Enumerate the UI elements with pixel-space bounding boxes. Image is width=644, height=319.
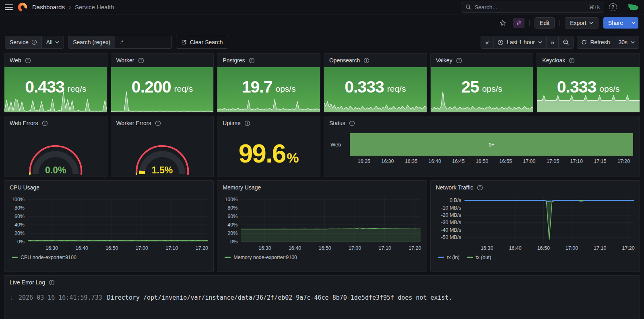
panel-header[interactable]: Web — [4, 54, 107, 67]
panel-header[interactable]: Valkey — [431, 54, 533, 67]
legend-item-tx[interactable]: tx (out) — [467, 255, 491, 260]
x-tick-label: 17:10 — [570, 158, 583, 164]
legend-label: tx (out) — [476, 255, 491, 260]
info-icon[interactable] — [569, 58, 575, 64]
x-tick-label: 16:35 — [405, 158, 417, 164]
x-tick-label: 16:45 — [452, 158, 464, 164]
time-shift-forward-button[interactable]: » — [546, 36, 559, 49]
global-search-input[interactable]: Search... ⌘+k — [461, 2, 604, 13]
panel-title: Worker Errors — [116, 120, 151, 126]
search-regex-field[interactable] — [115, 36, 172, 49]
share-menu-button[interactable] — [628, 17, 638, 29]
panel-header[interactable]: Uptime — [217, 116, 320, 130]
legend-item[interactable]: Memory node-exporter:9100 — [225, 255, 297, 260]
network-chart-plot[interactable] — [464, 198, 634, 243]
breadcrumb-current: Service Health — [75, 4, 114, 10]
dashboard-toolbar: Edit Export Share — [0, 14, 644, 31]
panel-header[interactable]: Postgres — [217, 54, 320, 67]
x-tick-label: 17:00 — [523, 158, 535, 164]
info-icon[interactable] — [31, 39, 37, 45]
compare-arrows-icon[interactable] — [513, 18, 524, 28]
info-icon[interactable] — [155, 120, 161, 126]
status-bar-label: 1+ — [489, 142, 495, 148]
refresh-interval-picker[interactable]: 30s — [614, 36, 639, 49]
y-tick-label: 80% — [227, 205, 237, 211]
stat-body: 0.433 req/s — [4, 67, 107, 113]
info-icon[interactable] — [477, 185, 483, 191]
chart-body: 100%80%60%40%20%0% 16:3016:4016:5017:001… — [4, 194, 213, 260]
export-label: Export — [570, 20, 586, 26]
refresh-button[interactable]: Refresh — [577, 36, 614, 49]
share-button[interactable]: Share — [603, 17, 628, 29]
status-bar[interactable]: 1+ — [350, 133, 633, 156]
time-shift-back-button[interactable]: « — [481, 36, 493, 49]
stat-row: Web 0.433 req/s Worker 0.200 req/s — [4, 53, 640, 113]
status-panel: Status Web 1+ 16:2516:3016:3516:4016:451… — [324, 116, 640, 177]
panel-header[interactable]: Memory Usage — [217, 181, 426, 194]
info-icon[interactable] — [249, 58, 255, 64]
info-icon[interactable] — [49, 280, 55, 286]
avatar[interactable] — [627, 2, 639, 12]
breadcrumb-dashboards[interactable]: Dashboards — [32, 4, 65, 10]
legend-item-rx[interactable]: rx (in) — [438, 255, 460, 260]
panel-header[interactable]: Web Errors — [4, 116, 107, 130]
uptime-panel: Uptime 99.6 % — [217, 116, 320, 177]
panel-header[interactable]: Keycloak — [537, 54, 640, 67]
grafana-logo[interactable] — [18, 2, 27, 12]
search-regex-input[interactable] — [120, 39, 167, 45]
edit-button[interactable]: Edit — [535, 17, 555, 29]
info-icon[interactable] — [42, 120, 48, 126]
gauge: 1.5% — [132, 137, 192, 177]
network-traffic-panel: Network Traffic 0 B/s-10 MB/s-20 MB/s-30… — [430, 180, 640, 272]
gauge-body: 1.5% — [111, 130, 214, 177]
chevron-down-icon — [55, 41, 59, 43]
help-icon[interactable]: ? — [609, 3, 617, 11]
legend-item[interactable]: CPU node-exporter:9100 — [12, 255, 76, 260]
kebab-menu-icon[interactable]: ⋮ — [8, 294, 14, 301]
cpu-chart-plot[interactable] — [28, 198, 208, 243]
y-tick-label: 80% — [14, 205, 25, 211]
x-tick-label: 16:55 — [500, 158, 512, 164]
export-button[interactable]: Export — [565, 17, 598, 29]
menu-icon[interactable] — [5, 4, 13, 10]
panel-title: CPU Usage — [10, 184, 39, 191]
log-timestamp: 2026-03-16 16:41:59.733 — [19, 294, 102, 301]
zoom-out-icon — [563, 39, 569, 45]
panel-header[interactable]: Network Traffic — [431, 181, 640, 194]
stat-body: 0.333 req/s — [324, 67, 427, 113]
info-icon[interactable] — [25, 58, 31, 64]
x-axis: 16:3016:4016:5017:0017:1017:20 — [28, 243, 208, 252]
star-icon[interactable] — [497, 18, 508, 28]
external-link-icon — [181, 39, 187, 45]
panel-header[interactable]: Status — [324, 116, 640, 130]
info-icon[interactable] — [244, 120, 250, 126]
panel-header[interactable]: Opensearch — [324, 54, 427, 67]
time-range-picker[interactable]: Last 1 hour — [493, 36, 547, 49]
x-tick-label: 16:40 — [509, 245, 521, 251]
legend-swatch — [438, 257, 444, 258]
panel-header[interactable]: Worker — [111, 54, 214, 67]
info-icon[interactable] — [456, 58, 462, 64]
service-filter-value[interactable]: All — [41, 36, 64, 49]
web-errors-panel: Web Errors 0.0% — [4, 116, 107, 177]
stat-unit: req/s — [387, 84, 406, 94]
panel-title: Postgres — [223, 57, 245, 64]
clear-search-button[interactable]: Clear Search — [176, 36, 228, 49]
panel-title: Web Errors — [10, 120, 38, 126]
memory-chart-plot[interactable] — [241, 198, 421, 243]
zoom-out-button[interactable] — [558, 36, 574, 49]
panel-title: Keycloak — [542, 57, 565, 64]
x-tick-label: 17:20 — [622, 245, 634, 251]
stat-panel-web: Web 0.433 req/s — [4, 53, 107, 113]
log-line[interactable]: ⋮ 2026-03-16 16:41:59.733 Directory /opt… — [4, 289, 640, 301]
y-tick-label: 100% — [12, 197, 25, 202]
info-icon[interactable] — [363, 58, 369, 64]
panel-header[interactable]: CPU Usage — [4, 181, 213, 194]
stat-value: 25 ops/s — [431, 67, 533, 107]
panel-header[interactable]: Worker Errors — [111, 116, 214, 130]
info-icon[interactable] — [349, 120, 355, 126]
panel-header[interactable]: Live Error Log — [4, 276, 640, 289]
info-icon[interactable] — [138, 58, 144, 64]
x-tick-label: 17:20 — [617, 158, 630, 164]
y-tick-label: -20 MB/s — [441, 212, 461, 218]
